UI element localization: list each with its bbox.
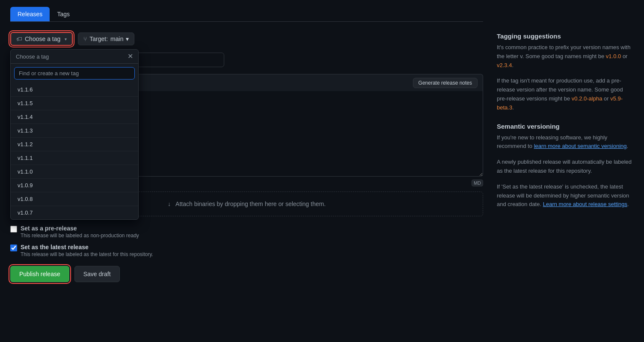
generate-notes-button[interactable]: Generate release notes [413,78,478,88]
list-item[interactable]: v1.1.3 [11,124,138,138]
dropdown-title: Choose a tag [16,53,49,60]
publish-release-button[interactable]: Publish release [10,266,69,282]
list-item[interactable]: v1.1.5 [11,97,138,110]
tagging-text: It's common practice to prefix your vers… [497,43,634,70]
download-icon: ↓ [168,200,171,207]
list-item[interactable]: v1.1.4 [11,110,138,124]
branch-icon: ⑂ [83,35,87,42]
pre-release-description: This release will be labeled as non-prod… [21,233,139,239]
latest-text2: . [627,201,629,207]
latest-release-checkbox[interactable] [10,245,17,251]
latest-release-info: If 'Set as the latest release' is unchec… [497,183,634,209]
tagging-text3: . [512,104,514,111]
dropdown-close-button[interactable]: ✕ [128,53,133,60]
tagging-suggestions-section: Tagging suggestions It's common practice… [497,32,634,112]
dropdown-header: Choose a tag ✕ [11,50,138,64]
tagging-title: Tagging suggestions [497,32,634,40]
latest-release-checkbox-item: Set as the latest release This release w… [10,244,483,257]
sidebar: Tagging suggestions It's common practice… [497,7,634,282]
pre-release-checkbox[interactable] [10,226,17,233]
target-label: Target: [89,35,108,42]
pre-release-label[interactable]: Set as a pre-release [21,225,139,232]
semantic-versioning-link[interactable]: learn more about semantic versioning [534,143,627,149]
auto-latest-text: A newly published release will automatic… [497,158,634,176]
chevron-down-icon: ▾ [65,37,67,41]
list-item[interactable]: v1.1.1 [11,151,138,165]
list-item[interactable]: v1.0.7 [11,206,138,219]
semantic-text2: . [626,143,628,149]
list-item[interactable]: v1.1.2 [11,138,138,151]
tag-search-input[interactable] [14,67,135,80]
controls-row: 🏷 Choose a tag ▾ Choose a tag ✕ v1.1.6 v… [10,32,483,46]
semantic-versioning-section: Semantic versioning If you're new to rel… [497,123,634,209]
checkbox-section: Set as a pre-release This release will b… [10,225,483,257]
tab-tags[interactable]: Tags [50,7,77,21]
semantic-text: If you're new to releasing software, we … [497,133,634,151]
chevron-down-icon: ▾ [126,35,129,42]
choose-tag-label: Choose a tag [25,35,60,42]
list-item[interactable]: v1.1.0 [11,165,138,179]
target-branch: main [110,35,123,42]
tag-icon: 🏷 [16,35,22,42]
tag-list: v1.1.6 v1.1.5 v1.1.4 v1.1.3 v1.1.2 v1.1.… [11,83,138,219]
tagging-or1: or [621,53,627,59]
tab-releases[interactable]: Releases [10,7,50,21]
attach-text: Attach binaries by dropping them here or… [175,200,326,207]
tagging-text2: . [512,62,513,68]
semantic-title: Semantic versioning [497,123,634,130]
list-item[interactable]: v1.0.9 [11,179,138,192]
action-buttons: Publish release Save draft [10,266,483,282]
pre-version-link1: v0.2.0-alpha [572,95,602,102]
version-link-v1: v1.0.0 [606,53,621,59]
target-button[interactable]: ⑂ Target: main ▾ [78,32,134,45]
release-settings-link[interactable]: Learn more about release settings [543,201,627,207]
list-item[interactable]: v1.0.8 [11,192,138,206]
latest-release-description: This release will be labeled as the late… [21,251,153,257]
list-item[interactable]: v1.1.6 [11,83,138,97]
tagging-prerelease-text: If the tag isn't meant for production us… [497,77,634,112]
markdown-badge: MD [472,180,483,186]
choose-tag-button[interactable]: 🏷 Choose a tag ▾ [10,32,73,46]
save-draft-button[interactable]: Save draft [74,266,120,282]
tag-dropdown: Choose a tag ✕ v1.1.6 v1.1.5 v1.1.4 v1.1… [10,49,139,220]
latest-release-label[interactable]: Set as the latest release [21,244,153,251]
pre-release-checkbox-item: Set as a pre-release This release will b… [10,225,483,239]
tab-bar: Releases Tags [10,7,483,22]
version-link-v2: v2.3.4 [497,62,512,68]
tagging-or2: or [602,95,610,102]
